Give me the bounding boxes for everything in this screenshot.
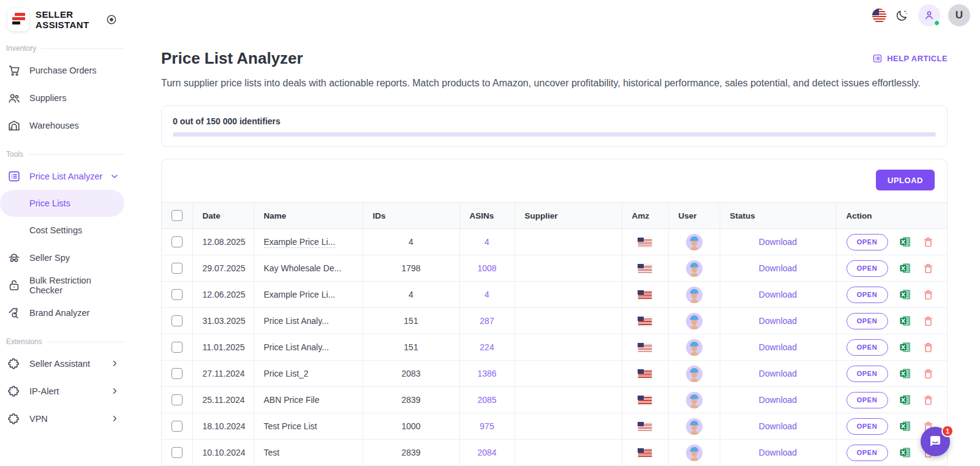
row-checkbox[interactable] [172,315,183,326]
download-link[interactable]: Download [759,395,797,405]
sidebar-item-seller-assistant-extension[interactable]: Seller Assistant [0,350,126,377]
sidebar-item-cost-settings[interactable]: Cost Settings [0,217,126,244]
row-ids: 2083 [363,361,459,387]
open-button[interactable]: OPEN [846,313,888,329]
price-list-icon [7,170,21,183]
asins-link[interactable]: 2084 [477,448,496,457]
asins-link[interactable]: 1008 [477,263,496,273]
open-button[interactable]: OPEN [846,392,888,408]
open-button[interactable]: OPEN [846,260,888,277]
spy-icon [7,251,21,265]
sidebar-item-seller-spy[interactable]: Seller Spy [0,244,126,271]
excel-export-icon[interactable] [899,341,911,353]
row-amz [622,387,668,413]
sidebar-item-vpn[interactable]: VPN [0,405,126,432]
download-link[interactable]: Download [759,263,797,273]
excel-export-icon[interactable] [899,420,911,432]
row-checkbox[interactable] [172,394,183,405]
row-asins: 1386 [459,361,514,387]
asins-link[interactable]: 224 [480,342,494,352]
user-avatar-icon [686,260,703,277]
excel-export-icon[interactable] [899,367,911,380]
asins-link[interactable]: 975 [480,421,494,431]
open-button[interactable]: OPEN [846,339,888,356]
brand: SELLER ASSISTANT [0,6,126,33]
sidebar-item-brand-analyzer[interactable]: Brand Analyzer [0,299,126,326]
delete-icon[interactable] [922,394,934,406]
open-button[interactable]: OPEN [846,366,888,382]
dark-mode-toggle[interactable] [894,7,910,23]
row-ids: 4 [363,229,459,255]
page-title: Price List Analyzer [161,49,303,68]
table-row: 31.03.2025 Price List Analy... 151 287 D… [162,308,947,334]
row-supplier [514,229,622,255]
sidebar-item-price-list-analyzer[interactable]: Price List Analyzer [0,162,126,190]
excel-export-icon[interactable] [899,236,911,248]
col-action: Action [836,203,947,229]
row-checkbox[interactable] [172,421,183,432]
download-link[interactable]: Download [759,448,797,457]
row-ids: 1798 [363,255,459,282]
delete-icon[interactable] [922,315,934,327]
row-date: 31.03.2025 [192,308,254,334]
asins-link[interactable]: 2085 [477,395,496,405]
sidebar-item-bulk-restriction-checker[interactable]: Bulk Restriction Checker [0,271,126,299]
us-flag-icon [638,290,652,300]
col-asins: ASINs [459,203,514,229]
delete-icon[interactable] [922,236,934,248]
excel-export-icon[interactable] [899,262,911,274]
row-action: OPEN [836,255,947,282]
sidebar-collapse-toggle[interactable] [105,13,118,26]
row-checkbox[interactable] [172,263,183,274]
row-checkbox[interactable] [172,447,183,458]
download-link[interactable]: Download [759,342,797,352]
moon-star-icon [895,9,909,22]
sidebar-item-suppliers[interactable]: Suppliers [0,84,126,111]
row-checkbox[interactable] [172,236,183,247]
account-button[interactable] [918,4,940,26]
help-article-link[interactable]: HELP ARTICLE [872,53,948,64]
row-action: OPEN [836,282,947,308]
open-button[interactable]: OPEN [846,445,888,461]
download-link[interactable]: Download [759,237,797,247]
delete-icon[interactable] [922,289,934,301]
row-user [668,413,720,440]
asins-link[interactable]: 4 [484,237,489,247]
row-asins: 2084 [459,440,514,466]
download-link[interactable]: Download [759,316,797,326]
user-avatar[interactable]: U [948,4,970,26]
sidebar-item-price-lists[interactable]: Price Lists [0,190,124,217]
upload-button[interactable]: UPLOAD [876,170,935,190]
col-user: User [668,203,720,229]
row-checkbox[interactable] [172,342,183,353]
row-checkbox[interactable] [172,368,183,379]
delete-icon[interactable] [922,368,934,380]
delete-icon[interactable] [922,263,934,274]
sidebar-item-warehouses[interactable]: Warehouses [0,111,126,139]
delete-icon[interactable] [922,342,934,353]
open-button[interactable]: OPEN [846,234,888,250]
sidebar-item-label: Bulk Restriction Checker [29,276,119,295]
row-amz [622,255,668,282]
download-link[interactable]: Download [759,290,797,299]
user-avatar-icon [686,313,703,329]
row-name: Kay Wholesale De... [254,255,363,282]
sidebar-item-ip-alert[interactable]: IP-Alert [0,377,126,405]
excel-export-icon[interactable] [899,394,911,406]
excel-export-icon[interactable] [899,288,911,301]
sidebar-item-label: Seller Assistant [29,359,90,369]
open-button[interactable]: OPEN [846,287,888,303]
select-all-checkbox[interactable] [172,210,183,221]
row-user [668,255,720,282]
asins-link[interactable]: 4 [484,290,489,299]
language-flag-icon[interactable] [872,9,886,23]
download-link[interactable]: Download [759,421,797,431]
asins-link[interactable]: 287 [480,316,494,326]
sidebar-item-purchase-orders[interactable]: Purchase Orders [0,56,126,84]
excel-export-icon[interactable] [899,315,911,327]
asins-link[interactable]: 1386 [477,369,496,378]
row-checkbox[interactable] [172,289,183,300]
download-link[interactable]: Download [759,369,797,378]
excel-export-icon[interactable] [899,446,911,459]
open-button[interactable]: OPEN [846,418,888,435]
